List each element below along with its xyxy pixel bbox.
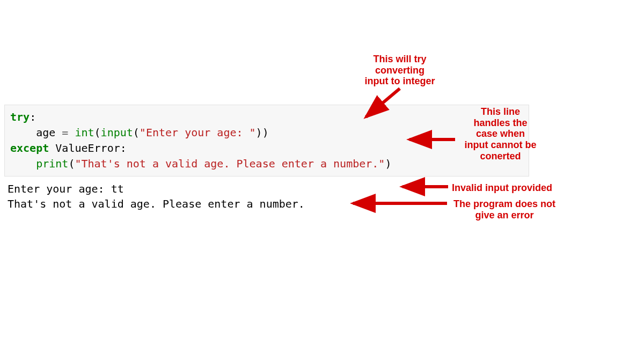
svg-line-0: [366, 89, 400, 117]
arrow-icon: [0, 0, 644, 338]
